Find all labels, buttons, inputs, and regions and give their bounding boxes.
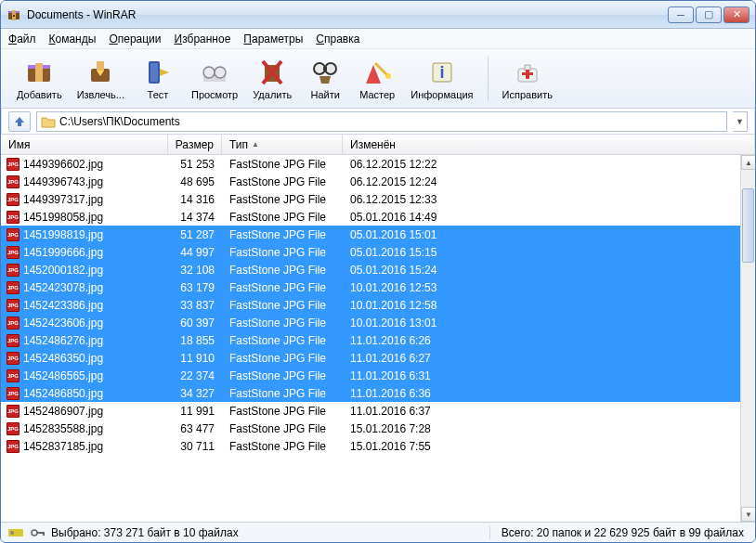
view-button[interactable]: Просмотр xyxy=(185,53,244,105)
sort-indicator-icon: ▲ xyxy=(252,140,259,149)
add-button[interactable]: Добавить xyxy=(10,53,69,105)
jpg-file-icon: JPG xyxy=(7,281,20,294)
svg-rect-3 xyxy=(13,15,15,17)
jpg-file-icon: JPG xyxy=(7,352,20,365)
disk-icon xyxy=(8,527,25,538)
scroll-up-button[interactable]: ▲ xyxy=(741,155,755,170)
file-type: FastStone JPG File xyxy=(222,317,343,330)
svg-rect-16 xyxy=(323,67,327,71)
repair-button[interactable]: Исправить xyxy=(496,53,559,105)
file-row[interactable]: JPG1451998819.jpg51 287FastStone JPG Fil… xyxy=(1,226,740,243)
file-modified: 10.01.2016 13:01 xyxy=(343,317,740,330)
file-modified: 06.12.2015 12:33 xyxy=(343,193,740,206)
scroll-track[interactable] xyxy=(741,170,755,507)
file-row[interactable]: JPG1452423078.jpg63 179FastStone JPG Fil… xyxy=(1,278,740,296)
file-name: 1452835588.jpg xyxy=(23,422,103,435)
svg-point-11 xyxy=(203,67,215,78)
menu-operations[interactable]: Операции xyxy=(109,32,161,45)
test-button[interactable]: Тест xyxy=(133,53,183,105)
menu-commands[interactable]: Команды xyxy=(49,32,97,45)
wizard-button[interactable]: Мастер xyxy=(352,53,402,105)
file-row[interactable]: JPG1452486850.jpg34 327FastStone JPG Fil… xyxy=(1,384,740,402)
svg-point-12 xyxy=(215,67,226,78)
view-icon xyxy=(200,58,229,87)
extract-icon xyxy=(85,58,115,87)
menu-help[interactable]: Справка xyxy=(316,32,359,45)
file-type: FastStone JPG File xyxy=(222,246,343,259)
toolbar-separator xyxy=(488,57,489,101)
file-type: FastStone JPG File xyxy=(222,158,343,171)
file-name: 1452837185.jpg xyxy=(23,440,103,453)
file-modified: 10.01.2016 12:53 xyxy=(343,281,740,294)
file-type: FastStone JPG File xyxy=(222,299,343,312)
maximize-button[interactable]: ▢ xyxy=(696,6,722,23)
file-row[interactable]: JPG1449396743.jpg48 695FastStone JPG Fil… xyxy=(1,173,740,190)
path-field[interactable]: C:\Users\ПК\Documents xyxy=(36,111,727,132)
pathbar: C:\Users\ПК\Documents ▼ xyxy=(1,109,755,135)
delete-button[interactable]: Удалить xyxy=(246,53,298,105)
menu-options[interactable]: Параметры xyxy=(243,32,303,45)
scrollbar[interactable]: ▲ ▼ xyxy=(740,155,755,522)
file-name: 1452486907.jpg xyxy=(23,405,103,418)
info-button[interactable]: i Информация xyxy=(404,53,479,105)
file-size: 30 711 xyxy=(168,440,222,453)
file-row[interactable]: JPG1451999666.jpg44 997FastStone JPG Fil… xyxy=(1,243,740,261)
column-size[interactable]: Размер xyxy=(168,135,222,154)
path-dropdown[interactable]: ▼ xyxy=(733,111,748,132)
file-row[interactable]: JPG1452835588.jpg63 477FastStone JPG Fil… xyxy=(1,420,740,437)
status-selected: Выбрано: 373 271 байт в 10 файлах xyxy=(51,526,239,539)
info-label: Информация xyxy=(411,89,473,100)
file-name: 1451999666.jpg xyxy=(23,246,103,259)
jpg-file-icon: JPG xyxy=(7,405,20,418)
add-icon xyxy=(24,58,54,87)
file-size: 33 837 xyxy=(168,299,222,312)
scroll-down-button[interactable]: ▼ xyxy=(741,507,755,522)
jpg-file-icon: JPG xyxy=(7,387,20,400)
column-type[interactable]: Тип▲ xyxy=(222,135,343,154)
file-type: FastStone JPG File xyxy=(222,228,343,241)
jpg-file-icon: JPG xyxy=(7,422,20,435)
jpg-file-icon: JPG xyxy=(7,299,20,312)
file-row[interactable]: JPG1449397317.jpg14 316FastStone JPG Fil… xyxy=(1,190,740,208)
window-title: Documents - WinRAR xyxy=(27,8,668,21)
file-modified: 15.01.2016 7:55 xyxy=(343,440,740,453)
svg-point-17 xyxy=(385,73,391,79)
menu-file[interactable]: Файл xyxy=(8,32,36,45)
jpg-file-icon: JPG xyxy=(7,246,20,259)
find-button[interactable]: Найти xyxy=(300,53,350,105)
status-total: Всего: 20 папок и 22 629 925 байт в 99 ф… xyxy=(502,526,744,539)
file-row[interactable]: JPG1451998058.jpg14 374FastStone JPG Fil… xyxy=(1,208,740,226)
up-button[interactable] xyxy=(8,111,31,132)
file-row[interactable]: JPG1452423606.jpg60 397FastStone JPG Fil… xyxy=(1,314,740,331)
file-type: FastStone JPG File xyxy=(222,264,343,277)
file-row[interactable]: JPG1452486565.jpg22 374FastStone JPG Fil… xyxy=(1,367,740,384)
close-button[interactable]: ✕ xyxy=(723,6,749,23)
file-type: FastStone JPG File xyxy=(222,440,343,453)
titlebar[interactable]: Documents - WinRAR ─ ▢ ✕ xyxy=(1,1,755,29)
toolbar: Добавить Извлечь... Тест Просмотр Удалит… xyxy=(1,49,755,109)
file-row[interactable]: JPG1452486907.jpg11 991FastStone JPG Fil… xyxy=(1,402,740,420)
file-row[interactable]: JPG1452837185.jpg30 711FastStone JPG Fil… xyxy=(1,437,740,455)
jpg-file-icon: JPG xyxy=(7,228,20,241)
menu-favorites[interactable]: Избранное xyxy=(175,32,231,45)
svg-rect-23 xyxy=(526,70,529,79)
file-size: 48 695 xyxy=(168,175,222,188)
extract-button[interactable]: Извлечь... xyxy=(71,53,131,105)
minimize-button[interactable]: ─ xyxy=(668,6,694,23)
file-type: FastStone JPG File xyxy=(222,334,343,347)
scroll-thumb[interactable] xyxy=(742,188,754,263)
column-name[interactable]: Имя xyxy=(1,135,168,154)
repair-label: Исправить xyxy=(502,89,553,100)
svg-point-26 xyxy=(32,530,37,536)
file-row[interactable]: JPG1452423386.jpg33 837FastStone JPG Fil… xyxy=(1,296,740,314)
column-modified[interactable]: Изменён xyxy=(343,135,755,154)
winrar-window: Documents - WinRAR ─ ▢ ✕ Файл Команды Оп… xyxy=(0,0,756,543)
jpg-file-icon: JPG xyxy=(7,193,20,206)
file-row[interactable]: JPG1452000182.jpg32 108FastStone JPG Fil… xyxy=(1,261,740,278)
file-row[interactable]: JPG1452486276.jpg18 855FastStone JPG Fil… xyxy=(1,331,740,349)
file-modified: 05.01.2016 15:24 xyxy=(343,264,740,277)
file-size: 51 287 xyxy=(168,228,222,241)
file-row[interactable]: JPG1452486350.jpg11 910FastStone JPG Fil… xyxy=(1,349,740,367)
file-type: FastStone JPG File xyxy=(222,193,343,206)
file-row[interactable]: JPG1449396602.jpg51 253FastStone JPG Fil… xyxy=(1,155,740,173)
